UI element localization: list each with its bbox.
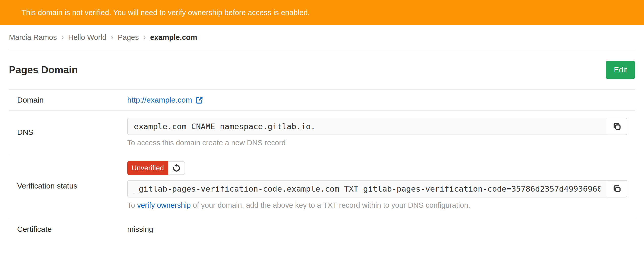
domain-link[interactable]: http://example.com <box>127 96 203 104</box>
table-row-certificate: Certificate missing <box>9 218 635 240</box>
copy-icon <box>613 122 621 130</box>
chevron-right-icon: › <box>111 32 113 42</box>
verification-input-group <box>127 180 627 197</box>
table-row-verification: Verification status Unverified <box>9 154 635 218</box>
dns-input-group <box>127 118 627 135</box>
table-row-domain: Domain http://example.com <box>9 90 635 111</box>
chevron-right-icon: › <box>143 32 146 42</box>
dns-copy-button[interactable] <box>607 118 627 135</box>
verify-ownership-link[interactable]: verify ownership <box>137 201 191 209</box>
domain-link-text: http://example.com <box>127 96 192 104</box>
edit-button[interactable]: Edit <box>606 61 635 79</box>
domain-row-label: Domain <box>9 90 127 110</box>
dns-record-input[interactable] <box>127 118 607 135</box>
verification-row-label: Verification status <box>9 154 127 218</box>
dns-help-text: To access this domain create a new DNS r… <box>127 139 627 147</box>
domain-details-table: Domain http://example.com DNS <box>9 89 635 240</box>
page-title: Pages Domain <box>9 64 78 75</box>
verification-badge-group: Unverified <box>127 161 185 175</box>
verification-help-text: To verify ownership of your domain, add … <box>127 201 627 209</box>
verification-code-input[interactable] <box>127 180 607 197</box>
verification-copy-button[interactable] <box>607 180 627 197</box>
certificate-value: missing <box>127 218 635 240</box>
page-header: Pages Domain Edit <box>9 50 635 89</box>
warning-banner: This domain is not verified. You will ne… <box>0 0 644 25</box>
retry-icon <box>172 163 181 173</box>
retry-verification-button[interactable] <box>168 161 185 175</box>
certificate-row-label: Certificate <box>9 218 127 240</box>
unverified-status-badge: Unverified <box>127 161 168 175</box>
breadcrumb-current-domain: example.com <box>150 33 197 42</box>
table-row-dns: DNS To access this domain create a new D… <box>9 111 635 154</box>
breadcrumb-item-user[interactable]: Marcia Ramos <box>9 33 57 42</box>
external-link-icon <box>195 96 203 104</box>
chevron-right-icon: › <box>61 32 64 42</box>
warning-banner-message: This domain is not verified. You will ne… <box>22 8 310 17</box>
breadcrumb-item-pages[interactable]: Pages <box>118 33 139 42</box>
breadcrumb-item-project[interactable]: Hello World <box>68 33 106 42</box>
dns-row-label: DNS <box>9 111 127 154</box>
breadcrumb: Marcia Ramos › Hello World › Pages › exa… <box>9 25 635 50</box>
copy-icon <box>613 185 621 193</box>
